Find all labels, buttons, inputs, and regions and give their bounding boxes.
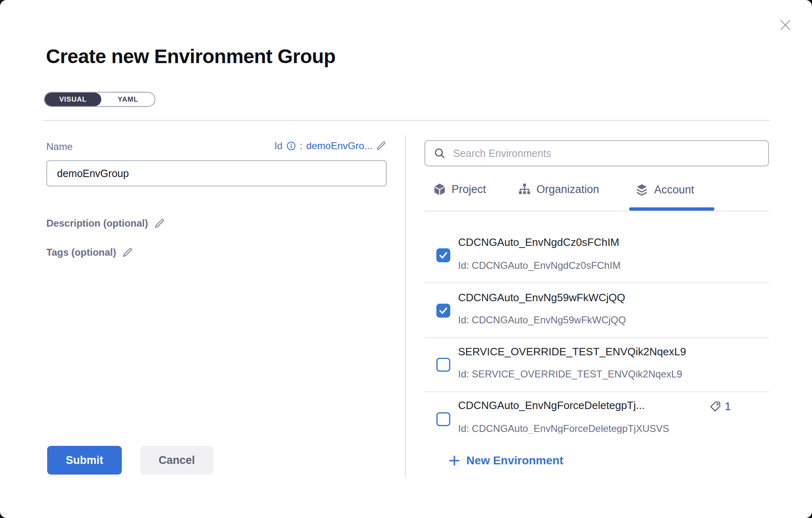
header-divider (43, 120, 770, 121)
tag-count-badge: 1 (709, 400, 731, 413)
tab-organization[interactable]: Organization (518, 183, 599, 196)
cube-icon (433, 183, 446, 196)
id-value: demoEnvGro... (306, 140, 372, 152)
visual-yaml-toggle: VISUAL YAML (44, 92, 155, 107)
plus-icon (448, 454, 461, 467)
tags-row: Tags (optional) (46, 247, 133, 258)
toggle-visual[interactable]: VISUAL (45, 93, 101, 106)
search-box (424, 140, 769, 166)
tags-label: Tags (optional) (46, 247, 116, 258)
env-id: Id: SERVICE_OVERRIDE_TEST_ENVQik2NqexL9 (458, 368, 682, 380)
env-name[interactable]: SERVICE_OVERRIDE_TEST_ENVQik2NqexL9 (458, 345, 686, 358)
edit-id-icon[interactable] (376, 141, 387, 151)
row-divider (424, 391, 769, 392)
row-divider (424, 282, 769, 283)
check-icon (438, 250, 449, 261)
tab-organization-label: Organization (536, 183, 599, 196)
layers-icon (635, 183, 649, 197)
env-id: Id: CDCNGAuto_EnvNgForceDeletegpTjXUSVS (458, 423, 669, 434)
env-name[interactable]: CDCNGAuto_EnvNg59wFkWCjQQ (458, 291, 625, 304)
info-icon[interactable] (286, 141, 296, 151)
name-label: Name (46, 141, 73, 152)
env-checkbox[interactable] (436, 248, 450, 262)
tab-account[interactable]: Account (635, 183, 694, 197)
tab-account-label: Account (654, 184, 694, 196)
cancel-button[interactable]: Cancel (140, 446, 213, 475)
environment-list: CDCNGAuto_EnvNgdCz0sFChIM Id: CDCNGAuto_… (424, 211, 769, 434)
tab-project-label: Project (452, 183, 486, 196)
env-checkbox[interactable] (436, 412, 450, 426)
tag-icon (709, 400, 721, 413)
panel-divider (405, 135, 406, 477)
env-checkbox[interactable] (436, 358, 450, 372)
env-id: Id: CDCNGAuto_EnvNg59wFkWCjQQ (458, 314, 626, 326)
check-icon (438, 305, 449, 316)
description-row: Description (optional) (46, 218, 165, 229)
create-environment-group-dialog: Create new Environment Group VISUAL YAML… (0, 0, 812, 518)
toggle-yaml[interactable]: YAML (101, 93, 155, 106)
tab-project[interactable]: Project (433, 183, 486, 196)
id-label: Id (274, 140, 283, 152)
close-icon[interactable] (778, 17, 793, 33)
env-name[interactable]: CDCNGAuto_EnvNgdCz0sFChIM (458, 236, 619, 249)
active-tab-underline (629, 207, 714, 211)
description-label: Description (optional) (46, 218, 148, 229)
org-chart-icon (518, 183, 531, 196)
new-environment-label: New Environment (466, 454, 563, 467)
new-environment-button[interactable]: New Environment (448, 454, 563, 467)
page-title: Create new Environment Group (46, 45, 335, 68)
edit-tags-icon[interactable] (122, 247, 133, 258)
env-name[interactable]: CDCNGAuto_EnvNgForceDeletegpTj... (458, 399, 645, 412)
env-checkbox[interactable] (436, 304, 450, 318)
id-row: Id : demoEnvGro... (274, 140, 387, 152)
search-icon (433, 147, 446, 159)
row-divider (424, 337, 769, 338)
tag-count: 1 (725, 400, 731, 413)
name-input[interactable] (46, 160, 387, 186)
edit-description-icon[interactable] (154, 218, 165, 229)
id-separator: : (300, 140, 303, 152)
submit-button[interactable]: Submit (47, 446, 122, 475)
search-input[interactable] (452, 147, 768, 160)
env-id: Id: CDCNGAuto_EnvNgdCz0sFChIM (458, 260, 620, 271)
